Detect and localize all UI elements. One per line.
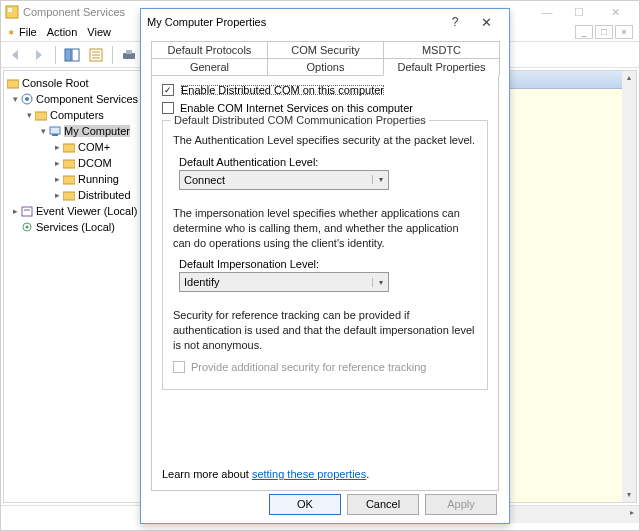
svg-rect-15 <box>35 112 47 120</box>
folder-icon <box>62 156 76 170</box>
main-close-button[interactable]: ✕ <box>595 2 635 22</box>
scroll-down-icon[interactable]: ▾ <box>622 488 636 502</box>
expand-icon[interactable]: ▸ <box>52 174 62 184</box>
tree-item-distributed[interactable]: ▸ Distributed <box>6 187 140 203</box>
imp-level-dropdown[interactable]: Identify ▾ <box>179 272 389 292</box>
mdi-minimize-button[interactable]: _ <box>575 25 593 39</box>
vertical-scrollbar[interactable]: ▴ ▾ <box>622 71 636 502</box>
properties-button[interactable] <box>86 45 106 65</box>
svg-rect-18 <box>63 144 75 152</box>
expand-icon[interactable]: ▸ <box>10 206 20 216</box>
svg-rect-22 <box>22 207 32 216</box>
svg-rect-4 <box>65 49 71 61</box>
folder-icon <box>62 172 76 186</box>
menu-file[interactable]: File <box>19 26 37 38</box>
expand-icon[interactable]: ▸ <box>52 142 62 152</box>
svg-rect-17 <box>52 134 58 136</box>
group-title: Default Distributed COM Communication Pr… <box>171 114 429 126</box>
tree-item-services-local[interactable]: Services (Local) <box>6 219 140 235</box>
collapse-icon[interactable]: ▾ <box>38 126 48 136</box>
services-icon <box>20 92 34 106</box>
svg-marker-2 <box>12 50 18 60</box>
gear-icon <box>20 220 34 234</box>
mdi-restore-button[interactable]: □ <box>595 25 613 39</box>
svg-point-14 <box>25 97 29 101</box>
enable-dcom-label: Enable Distributed COM on this computer <box>180 84 385 96</box>
svg-point-25 <box>26 226 29 229</box>
learn-more: Learn more about setting these propertie… <box>162 468 369 480</box>
imp-description: The impersonation level specifies whethe… <box>173 206 477 251</box>
folder-icon <box>62 188 76 202</box>
dcom-properties-group: Default Distributed COM Communication Pr… <box>162 120 488 390</box>
enable-cis-label: Enable COM Internet Services on this com… <box>180 102 413 114</box>
svg-rect-19 <box>63 160 75 168</box>
connect-button[interactable] <box>119 45 139 65</box>
dialog-close-button[interactable]: ✕ <box>469 15 503 30</box>
app-icon <box>5 5 19 19</box>
tree-item-my-computer[interactable]: ▾ My Computer <box>6 123 140 139</box>
imp-level-label: Default Impersonation Level: <box>179 258 477 270</box>
dialog-buttons: OK Cancel Apply <box>269 494 497 515</box>
folder-icon <box>6 76 20 90</box>
menu-view[interactable]: View <box>87 26 111 38</box>
scroll-up-icon[interactable]: ▴ <box>622 71 636 85</box>
ref-tracking-label: Provide additional security for referenc… <box>191 361 426 373</box>
tree-item-dcom[interactable]: ▸ DCOM <box>6 155 140 171</box>
dialog-title: My Computer Properties <box>147 16 266 28</box>
collapse-icon[interactable]: ▾ <box>24 110 34 120</box>
learn-more-link[interactable]: setting these properties <box>252 468 366 480</box>
main-maximize-button[interactable]: ☐ <box>563 2 595 22</box>
dialog-titlebar[interactable]: My Computer Properties ? ✕ <box>141 9 509 35</box>
auth-level-label: Default Authentication Level: <box>179 156 477 168</box>
tree-item-component-services[interactable]: ▾ Component Services <box>6 91 140 107</box>
svg-rect-20 <box>63 176 75 184</box>
chevron-down-icon: ▾ <box>372 175 388 184</box>
tree-item-running[interactable]: ▸ Running <box>6 171 140 187</box>
help-button[interactable]: ? <box>441 15 469 29</box>
tab-msdtc[interactable]: MSDTC <box>383 41 500 58</box>
menu-action[interactable]: Action <box>47 26 78 38</box>
tab-default-properties[interactable]: Default Properties <box>383 58 500 76</box>
back-button[interactable] <box>5 45 25 65</box>
expand-icon[interactable]: ▸ <box>52 158 62 168</box>
tree-root[interactable]: Console Root <box>6 75 140 91</box>
auth-level-value: Connect <box>180 174 372 186</box>
tab-com-security[interactable]: COM Security <box>267 41 384 58</box>
auth-description: The Authentication Level specifies secur… <box>173 133 477 148</box>
computer-icon <box>48 124 62 138</box>
mdi-close-button[interactable]: × <box>615 25 633 39</box>
main-title: Component Services <box>23 6 125 18</box>
event-viewer-icon <box>20 204 34 218</box>
tree-item-event-viewer[interactable]: ▸ Event Viewer (Local) <box>6 203 140 219</box>
tree-item-computers[interactable]: ▾ Computers <box>6 107 140 123</box>
auth-level-dropdown[interactable]: Connect ▾ <box>179 170 389 190</box>
enable-cis-checkbox[interactable]: Enable COM Internet Services on this com… <box>162 102 488 114</box>
ref-tracking-description: Security for reference tracking can be p… <box>173 308 477 353</box>
checkbox-icon: ✓ <box>162 84 174 96</box>
tab-general[interactable]: General <box>151 58 268 76</box>
forward-button[interactable] <box>29 45 49 65</box>
ok-button[interactable]: OK <box>269 494 341 515</box>
main-minimize-button[interactable]: — <box>531 2 563 22</box>
svg-marker-3 <box>36 50 42 60</box>
star-icon: ✶ <box>7 27 15 38</box>
tree-item-com-plus[interactable]: ▸ COM+ <box>6 139 140 155</box>
tree-pane[interactable]: Console Root ▾ Component Services ▾ Comp… <box>3 70 143 503</box>
imp-level-value: Identify <box>180 276 372 288</box>
svg-rect-11 <box>126 50 132 54</box>
folder-icon <box>34 108 48 122</box>
svg-rect-21 <box>63 192 75 200</box>
checkbox-icon <box>173 361 185 373</box>
properties-dialog: My Computer Properties ? ✕ Default Proto… <box>140 8 510 524</box>
tab-default-protocols[interactable]: Default Protocols <box>151 41 268 58</box>
tab-options[interactable]: Options <box>267 58 384 76</box>
collapse-icon[interactable]: ▾ <box>10 94 20 104</box>
scroll-right-icon[interactable]: ▸ <box>625 506 639 520</box>
svg-rect-5 <box>72 49 79 61</box>
show-hide-tree-button[interactable] <box>62 45 82 65</box>
cancel-button[interactable]: Cancel <box>347 494 419 515</box>
enable-dcom-checkbox[interactable]: ✓ Enable Distributed COM on this compute… <box>162 84 488 96</box>
expand-icon[interactable]: ▸ <box>52 190 62 200</box>
apply-button[interactable]: Apply <box>425 494 497 515</box>
ref-tracking-checkbox: Provide additional security for referenc… <box>173 361 477 373</box>
